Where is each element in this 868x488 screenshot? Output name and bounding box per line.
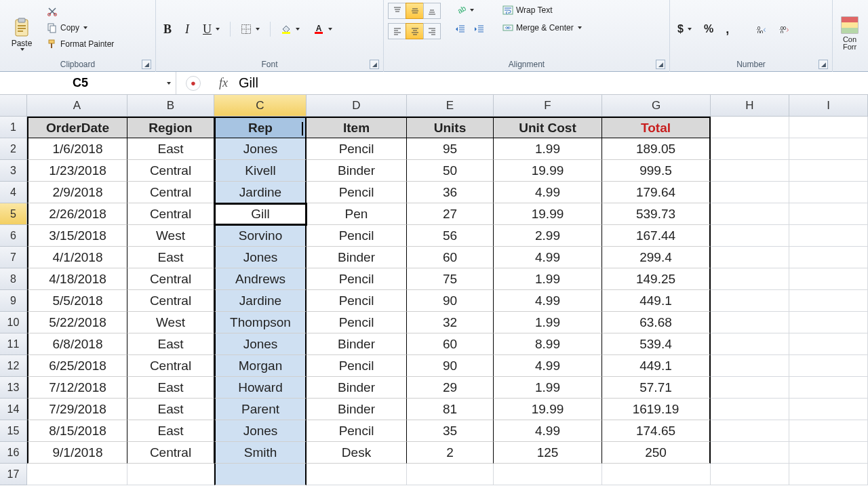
cell[interactable]: 90 [407,355,494,377]
select-all-corner[interactable] [0,95,27,117]
cell[interactable] [711,160,789,182]
cell[interactable]: 36 [407,182,494,203]
cell[interactable] [789,117,868,138]
cell[interactable]: Binder [307,247,407,268]
cell[interactable] [711,203,789,225]
cell[interactable]: 63.68 [602,312,711,333]
dialog-launcher-clipboard[interactable]: ◢ [142,60,151,69]
table-header-cell[interactable]: Total [602,117,711,138]
cell[interactable]: Morgan [214,355,307,377]
cell[interactable]: 75 [407,268,494,290]
align-top-button[interactable] [388,3,406,19]
table-header-cell[interactable]: Region [127,117,214,138]
cell[interactable]: 4.99 [494,247,602,268]
cell[interactable]: 2.99 [494,225,602,247]
cell[interactable]: 449.1 [602,355,711,377]
cell[interactable] [407,464,494,485]
formula-input[interactable] [235,75,868,92]
wrap-text-button[interactable]: Wrap Text [499,3,585,18]
cell[interactable]: East [127,399,214,420]
row-header-14[interactable]: 14 [0,399,27,420]
cell[interactable]: Binder [307,377,407,399]
cell[interactable]: Smith [214,442,307,464]
align-middle-button[interactable] [406,3,423,19]
cell[interactable]: 4.99 [494,355,602,377]
cell[interactable]: 2/9/2018 [27,182,127,203]
cell[interactable]: Central [127,203,214,225]
cell[interactable]: East [127,420,214,442]
dialog-launcher-number[interactable]: ◢ [818,60,828,69]
cell[interactable]: 1/6/2018 [27,138,127,160]
merge-center-button[interactable]: Merge & Center [499,20,585,35]
cell[interactable]: East [127,247,214,268]
cell[interactable]: West [127,312,214,333]
cell[interactable] [711,464,789,485]
row-header-9[interactable]: 9 [0,290,27,312]
cell[interactable]: 27 [407,203,494,225]
table-header-cell[interactable]: Units [407,117,494,138]
cell[interactable]: Pen [307,203,407,225]
cell[interactable] [27,464,127,485]
column-header-A[interactable]: A [27,95,127,117]
cell[interactable]: 539.4 [602,333,711,355]
cell[interactable]: 19.99 [494,203,602,225]
cell[interactable]: 29 [407,377,494,399]
percent-format-button[interactable]: % [701,22,717,37]
table-header-cell[interactable]: OrderDate [27,117,127,138]
cell[interactable]: 125 [494,442,602,464]
align-center-button[interactable] [406,23,423,39]
underline-button[interactable]: U [199,22,223,37]
cell[interactable]: Binder [307,160,407,182]
cell[interactable] [789,442,868,464]
cell[interactable]: Central [127,268,214,290]
row-header-5[interactable]: 5 [0,203,27,225]
cell[interactable]: Jones [214,247,307,268]
column-header-E[interactable]: E [407,95,494,117]
cancel-edit-button[interactable]: ● [186,76,201,91]
comma-format-button[interactable]: , [722,22,732,37]
cell[interactable] [307,464,407,485]
cell[interactable] [789,290,868,312]
cell[interactable] [789,182,868,203]
cell[interactable]: Jones [214,333,307,355]
cell[interactable]: 2/26/2018 [27,203,127,225]
bold-button[interactable]: B [160,22,175,37]
cell[interactable]: Central [127,160,214,182]
cell[interactable]: 57.71 [602,377,711,399]
cell[interactable] [789,312,868,333]
cell[interactable]: East [127,377,214,399]
row-header-15[interactable]: 15 [0,420,27,442]
cell[interactable]: 90 [407,290,494,312]
row-header-8[interactable]: 8 [0,268,27,290]
cell[interactable]: 56 [407,225,494,247]
cell[interactable]: Pencil [307,182,407,203]
row-header-16[interactable]: 16 [0,442,27,464]
align-left-button[interactable] [388,23,406,39]
cell[interactable]: Central [127,290,214,312]
cell[interactable] [789,377,868,399]
cell[interactable]: 9/1/2018 [27,442,127,464]
dialog-launcher-alignment[interactable]: ◢ [656,60,665,69]
cell[interactable]: Sorvino [214,225,307,247]
cell[interactable] [789,333,868,355]
cell[interactable]: 2 [407,442,494,464]
cell[interactable] [789,420,868,442]
worksheet-grid[interactable]: ABCDEFGHI1OrderDateRegionRepItemUnitsUni… [0,95,868,485]
row-header-12[interactable]: 12 [0,355,27,377]
cell[interactable]: Jones [214,420,307,442]
fill-color-button[interactable] [277,22,303,37]
cell[interactable]: 8/15/2018 [27,420,127,442]
cell[interactable]: Desk [307,442,407,464]
cell[interactable]: 4.99 [494,420,602,442]
column-header-B[interactable]: B [127,95,214,117]
cell[interactable] [711,225,789,247]
borders-button[interactable] [237,22,263,37]
cell[interactable]: 6/25/2018 [27,355,127,377]
cell[interactable] [789,355,868,377]
cell[interactable]: 50 [407,160,494,182]
cell[interactable]: 250 [602,442,711,464]
row-header-7[interactable]: 7 [0,247,27,268]
decrease-decimal-button[interactable]: .00.0 [776,22,793,37]
cell[interactable]: Jones [214,138,307,160]
row-header-3[interactable]: 3 [0,160,27,182]
